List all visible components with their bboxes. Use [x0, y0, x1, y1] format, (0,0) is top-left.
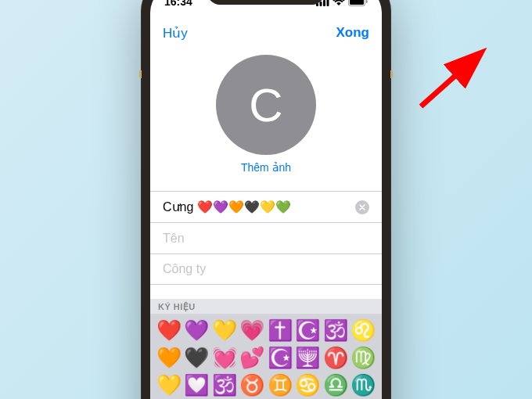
svg-rect-6	[366, 0, 368, 3]
annotation-arrow	[407, 45, 501, 124]
emoji-key[interactable]: ☪️	[266, 344, 293, 372]
emoji-key[interactable]: 💛	[210, 317, 238, 344]
screen: 16:34 Hủy Xong C Thêm ảnh	[150, 0, 382, 399]
nav-bar: Hủy Xong	[150, 17, 382, 49]
emoji-key[interactable]: ♉	[239, 372, 266, 399]
contact-avatar[interactable]: C	[216, 55, 316, 155]
add-photo-button[interactable]: Thêm ảnh	[241, 161, 291, 174]
company-placeholder: Công ty	[163, 262, 369, 276]
emoji-key[interactable]: ♈	[322, 344, 349, 372]
svg-rect-2	[323, 0, 325, 6]
first-name-value: Cưng ❤️💜🧡🖤💛💚	[163, 200, 355, 214]
keyboard-section-label: KÝ HIỆU	[150, 299, 382, 314]
avatar-section: C Thêm ảnh	[150, 49, 382, 183]
status-icons	[316, 0, 368, 6]
emoji-key[interactable]: ♋	[294, 372, 322, 399]
emoji-key[interactable]: ♌	[350, 317, 377, 344]
avatar-initial: C	[249, 78, 282, 132]
emoji-key[interactable]: 💜	[183, 317, 210, 344]
svg-rect-3	[327, 0, 329, 6]
emoji-key[interactable]: 💛	[155, 372, 182, 399]
emoji-key[interactable]: 🧡	[155, 344, 182, 372]
last-name-field[interactable]: Tên	[150, 222, 382, 253]
emoji-grid: ❤️💜💛💗✝️☪️🕉️♌🧡🖤💓💕☪️🕎♈♍💛💟🕉️♉♊♋♎♏	[150, 314, 382, 399]
emoji-key[interactable]: ♏	[350, 372, 377, 399]
contact-fields: Cưng ❤️💜🧡🖤💛💚 Tên Công ty	[150, 191, 382, 285]
phone-frame: 16:34 Hủy Xong C Thêm ảnh	[141, 0, 391, 399]
emoji-key[interactable]: ♍	[350, 344, 377, 372]
battery-icon	[348, 0, 368, 6]
notch	[207, 0, 325, 5]
emoji-key[interactable]: ♎	[322, 372, 349, 399]
emoji-key[interactable]: 💗	[239, 317, 266, 344]
emoji-key[interactable]: 💓	[210, 344, 238, 372]
wifi-icon	[332, 0, 345, 6]
emoji-keyboard: KÝ HIỆU ❤️💜💛💗✝️☪️🕉️♌🧡🖤💓💕☪️🕎♈♍💛💟🕉️♉♊♋♎♏	[150, 299, 382, 399]
last-name-placeholder: Tên	[163, 232, 369, 246]
emoji-key[interactable]: 🕉️	[322, 317, 349, 344]
first-name-field[interactable]: Cưng ❤️💜🧡🖤💛💚	[150, 191, 382, 222]
cancel-button[interactable]: Hủy	[163, 25, 188, 41]
emoji-key[interactable]: 🖤	[183, 344, 210, 372]
emoji-key[interactable]: ☪️	[294, 317, 322, 344]
emoji-key[interactable]: ❤️	[155, 317, 182, 344]
svg-line-8	[421, 55, 479, 106]
svg-rect-5	[350, 0, 364, 5]
emoji-key[interactable]: 🕉️	[210, 372, 238, 399]
emoji-key[interactable]: 🕎	[294, 344, 322, 372]
company-field[interactable]: Công ty	[150, 253, 382, 285]
emoji-key[interactable]: 💕	[239, 344, 266, 372]
emoji-key[interactable]: ✝️	[266, 317, 293, 344]
clear-icon[interactable]	[355, 200, 369, 214]
emoji-key[interactable]: ♊	[266, 372, 293, 399]
status-time: 16:34	[164, 0, 192, 8]
done-button[interactable]: Xong	[336, 25, 370, 41]
emoji-key[interactable]: 💟	[183, 372, 210, 399]
